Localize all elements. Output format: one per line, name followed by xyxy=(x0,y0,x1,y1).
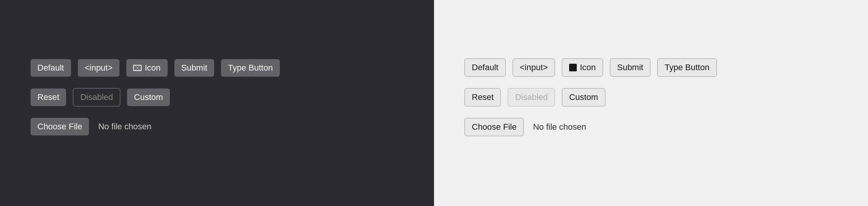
light-no-file-text: No file chosen xyxy=(533,122,586,132)
dark-type-label: Type Button xyxy=(228,63,273,73)
dark-submit-label: Submit xyxy=(181,63,207,73)
dark-input-label: <input> xyxy=(85,63,113,73)
light-icon-label: Icon xyxy=(580,63,596,72)
dark-reset-button[interactable]: Reset xyxy=(31,89,66,106)
light-icon-button[interactable]: Icon xyxy=(562,58,603,77)
dark-type-button[interactable]: Type Button xyxy=(221,59,279,77)
dark-custom-label: Custom xyxy=(134,92,163,102)
light-type-label: Type Button xyxy=(665,63,709,72)
envelope-icon xyxy=(133,65,142,71)
dark-input-button[interactable]: <input> xyxy=(78,59,119,77)
light-reset-label: Reset xyxy=(472,92,494,102)
dark-submit-button[interactable]: Submit xyxy=(174,59,214,77)
dark-disabled-button: Disabled xyxy=(73,88,120,106)
dark-choose-file-button[interactable]: Choose File xyxy=(31,118,89,135)
light-choose-file-label: Choose File xyxy=(472,122,516,132)
dark-icon-button[interactable]: Icon xyxy=(126,59,168,77)
dark-default-button[interactable]: Default xyxy=(31,59,71,77)
light-default-button[interactable]: Default xyxy=(465,58,506,77)
dark-icon-label: Icon xyxy=(145,63,161,73)
light-disabled-label: Disabled xyxy=(515,92,548,102)
light-disabled-button: Disabled xyxy=(508,88,555,106)
light-panel: Default <input> Icon Submit Type Button … xyxy=(434,0,868,206)
dark-row-2: Reset Disabled Custom xyxy=(31,88,403,106)
square-icon xyxy=(569,64,577,71)
light-row-1: Default <input> Icon Submit Type Button xyxy=(465,58,837,77)
dark-custom-button[interactable]: Custom xyxy=(127,89,170,106)
light-custom-button[interactable]: Custom xyxy=(562,88,605,106)
light-input-label: <input> xyxy=(520,63,548,72)
light-choose-file-button[interactable]: Choose File xyxy=(465,118,524,136)
dark-choose-file-label: Choose File xyxy=(37,122,82,131)
dark-row-1: Default <input> Icon Submit Type Button xyxy=(31,59,403,77)
light-input-button[interactable]: <input> xyxy=(513,58,555,77)
dark-default-label: Default xyxy=(37,63,64,73)
light-submit-button[interactable]: Submit xyxy=(610,58,650,77)
light-reset-button[interactable]: Reset xyxy=(465,88,501,106)
dark-panel: Default <input> Icon Submit Type Button … xyxy=(0,0,434,206)
light-row-2: Reset Disabled Custom xyxy=(465,88,837,106)
dark-no-file-text: No file chosen xyxy=(98,122,151,132)
dark-disabled-label: Disabled xyxy=(80,92,113,102)
dark-row-3: Choose File No file chosen xyxy=(31,118,403,135)
light-submit-label: Submit xyxy=(617,63,643,72)
light-row-3: Choose File No file chosen xyxy=(465,118,837,136)
light-custom-label: Custom xyxy=(569,92,598,102)
light-type-button[interactable]: Type Button xyxy=(657,58,716,77)
light-default-label: Default xyxy=(472,63,499,72)
dark-reset-label: Reset xyxy=(37,92,59,102)
